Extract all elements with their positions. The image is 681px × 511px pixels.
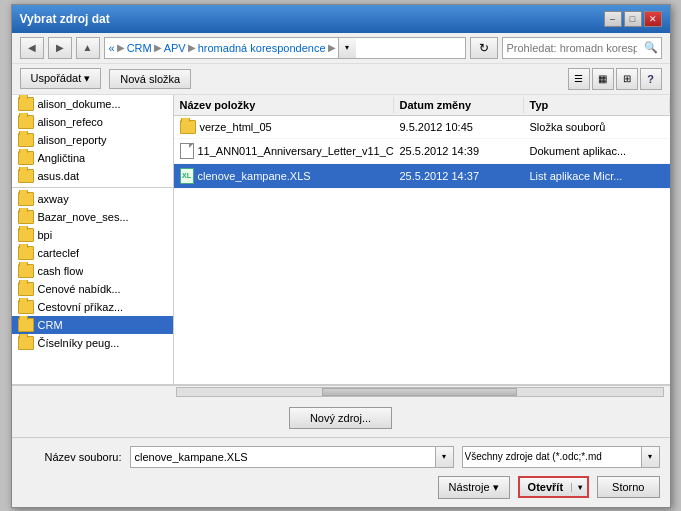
left-panel-label: Číselníky peug...: [38, 337, 120, 349]
folder-icon: [18, 210, 34, 224]
view-grid-button[interactable]: ▦: [592, 68, 614, 90]
left-panel-item-0[interactable]: alison_dokume...: [12, 95, 173, 113]
doc-icon: [180, 143, 194, 159]
path-dropdown[interactable]: ▾: [338, 38, 356, 58]
file-type-0: Složka souborů: [524, 119, 670, 135]
tools-button[interactable]: Nástroje ▾: [438, 476, 510, 499]
help-button[interactable]: ?: [640, 68, 662, 90]
filetype-dropdown[interactable]: ▾: [642, 446, 660, 468]
left-panel-item-11[interactable]: Cestovní příkaz...: [12, 298, 173, 316]
filetype-input-group: ▾: [462, 446, 660, 468]
up-button[interactable]: ▲: [76, 37, 100, 59]
forward-button[interactable]: ▶: [48, 37, 72, 59]
divider: [12, 187, 173, 188]
folder-icon: [18, 300, 34, 314]
left-panel-item-6[interactable]: Bazar_nove_ses...: [12, 208, 173, 226]
filename-input[interactable]: [130, 446, 436, 468]
filetype-input[interactable]: [462, 446, 642, 468]
cancel-button[interactable]: Storno: [597, 476, 659, 498]
dialog-window: Vybrat zdroj dat – □ ✕ ◀ ▶ ▲ « ▶ CRM ▶ A…: [11, 4, 671, 508]
close-button[interactable]: ✕: [644, 11, 662, 27]
xls-icon: XL: [180, 168, 194, 184]
folder-icon: [18, 264, 34, 278]
left-panel-label: alison_reporty: [38, 134, 107, 146]
file-date-2: 25.5.2012 14:37: [394, 168, 524, 184]
open-arrow[interactable]: ▾: [571, 483, 587, 492]
maximize-button[interactable]: □: [624, 11, 642, 27]
open-button[interactable]: Otevřít ▾: [518, 476, 589, 498]
folder-icon: [18, 151, 34, 165]
left-panel-item-2[interactable]: alison_reporty: [12, 131, 173, 149]
left-panel-item-1[interactable]: alison_refeco: [12, 113, 173, 131]
folder-icon: [18, 318, 34, 332]
col-header-name[interactable]: Název položky: [174, 97, 394, 113]
folder-icon: [18, 282, 34, 296]
new-source-button[interactable]: Nový zdroj...: [289, 407, 392, 429]
left-panel-label: asus.dat: [38, 170, 80, 182]
path-seg-apv[interactable]: APV: [164, 42, 186, 54]
path-seg-hromadna[interactable]: hromadná korespondence: [198, 42, 326, 54]
title-bar-buttons: – □ ✕: [604, 11, 662, 27]
col-header-date[interactable]: Datum změny: [394, 97, 524, 113]
new-folder-button[interactable]: Nová složka: [109, 69, 191, 89]
window-title: Vybrat zdroj dat: [20, 12, 110, 26]
left-panel-item-9[interactable]: cash flow: [12, 262, 173, 280]
folder-icon: [18, 192, 34, 206]
left-panel-item-10[interactable]: Cenové nabídk...: [12, 280, 173, 298]
left-panel-label: Cestovní příkaz...: [38, 301, 124, 313]
scrollbar-thumb[interactable]: [322, 388, 516, 396]
filename-label: Název souboru:: [22, 451, 122, 463]
file-list-header: Název položky Datum změny Typ: [174, 95, 670, 116]
horizontal-scrollbar[interactable]: [176, 387, 664, 397]
left-panel-item-4[interactable]: asus.dat: [12, 167, 173, 185]
folder-icon: [18, 336, 34, 350]
back-button[interactable]: ◀: [20, 37, 44, 59]
left-panel-label: alison_dokume...: [38, 98, 121, 110]
left-panel-item-3[interactable]: Angličtina: [12, 149, 173, 167]
left-panel-label: Angličtina: [38, 152, 86, 164]
search-input[interactable]: [502, 37, 662, 59]
main-area: alison_dokume... alison_refeco alison_re…: [12, 95, 670, 385]
folder-icon: [18, 115, 34, 129]
left-panel-label: alison_refeco: [38, 116, 103, 128]
folder-icon: [18, 97, 34, 111]
filename-input-group: ▾: [130, 446, 454, 468]
organize-button[interactable]: Uspořádat ▾: [20, 68, 102, 89]
path-seg-0[interactable]: «: [109, 42, 115, 54]
left-panel-item-12[interactable]: CRM: [12, 316, 173, 334]
left-panel: alison_dokume... alison_refeco alison_re…: [12, 95, 174, 384]
view-buttons: ☰ ▦ ⊞ ?: [568, 68, 662, 90]
file-row-1[interactable]: 11_ANN011_Anniversary_Letter_v11_CZ_t...…: [174, 139, 670, 164]
left-panel-label: bpi: [38, 229, 53, 241]
minimize-button[interactable]: –: [604, 11, 622, 27]
path-seg-crm[interactable]: CRM: [127, 42, 152, 54]
open-label[interactable]: Otevřít: [520, 481, 571, 493]
left-panel-label: cash flow: [38, 265, 84, 277]
search-wrapper: 🔍: [502, 37, 662, 59]
file-name-1: 11_ANN011_Anniversary_Letter_v11_CZ_t...: [174, 141, 394, 161]
view-list-button[interactable]: ☰: [568, 68, 590, 90]
left-panel-item-7[interactable]: bpi: [12, 226, 173, 244]
refresh-button[interactable]: ↻: [470, 37, 498, 59]
left-panel-item-13[interactable]: Číselníky peug...: [12, 334, 173, 352]
filename-dropdown[interactable]: ▾: [436, 446, 454, 468]
file-type-2: List aplikace Micr...: [524, 168, 670, 184]
file-type-1: Dokument aplikac...: [524, 143, 670, 159]
left-panel-item-5[interactable]: axway: [12, 190, 173, 208]
left-panel-label: CRM: [38, 319, 63, 331]
file-row-0[interactable]: verze_html_05 9.5.2012 10:45 Složka soub…: [174, 116, 670, 139]
search-icon[interactable]: 🔍: [642, 39, 660, 57]
folder-icon: [180, 120, 196, 134]
bottom-form: Název souboru: ▾ ▾ Nástroje ▾ Otevřít ▾ …: [12, 438, 670, 507]
file-row-2[interactable]: XL clenove_kampane.XLS 25.5.2012 14:37 L…: [174, 164, 670, 189]
title-bar: Vybrat zdroj dat – □ ✕: [12, 5, 670, 33]
view-tiles-button[interactable]: ⊞: [616, 68, 638, 90]
file-date-0: 9.5.2012 10:45: [394, 119, 524, 135]
left-panel-label: Cenové nabídk...: [38, 283, 121, 295]
folder-icon: [18, 133, 34, 147]
left-panel-item-8[interactable]: carteclef: [12, 244, 173, 262]
action-buttons-row: Nástroje ▾ Otevřít ▾ Storno: [22, 476, 660, 499]
col-header-type[interactable]: Typ: [524, 97, 670, 113]
left-panel-label: carteclef: [38, 247, 80, 259]
file-name-2: XL clenove_kampane.XLS: [174, 166, 394, 186]
